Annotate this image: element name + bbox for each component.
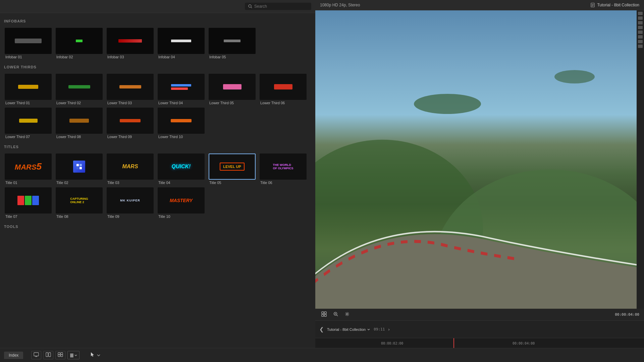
- toolbar-icon-2[interactable]: [43, 351, 53, 359]
- tree-2: [554, 70, 595, 83]
- svg-rect-26: [58, 353, 60, 355]
- infobar-04-label: Infobar 04: [158, 55, 205, 59]
- svg-rect-29: [61, 355, 63, 357]
- lt-09-item[interactable]: Lower Third 09: [107, 108, 154, 139]
- svg-rect-3: [79, 164, 82, 166]
- lt-07-item[interactable]: Lower Third 07: [5, 108, 52, 139]
- tree-1: [414, 94, 481, 114]
- index-tab[interactable]: Index: [4, 352, 23, 359]
- search-icon: [248, 4, 252, 8]
- duration-display: 09:11: [374, 327, 385, 331]
- cursor-dropdown-icon: [97, 354, 100, 357]
- title-06-thumb: THE WORLDOF OLYMPICS: [260, 154, 307, 180]
- svg-rect-30: [70, 354, 73, 355]
- lt-02-item[interactable]: Lower Third 02: [56, 74, 103, 105]
- infobar-03-item[interactable]: Infobar 03: [107, 28, 154, 59]
- title-09-item[interactable]: MK KUIPER Title 09: [107, 187, 154, 219]
- title-04-item[interactable]: QUICK! Title 04: [158, 154, 205, 185]
- infobar-02-label: Infobar 02: [56, 55, 103, 59]
- title-09-label: Title 09: [107, 215, 154, 219]
- filmstrip-frame-8: [638, 45, 643, 48]
- timeline-nav-bar: ❮ Tutorial - 8bit Collection 09:11 ›: [315, 320, 644, 338]
- infobar-01-thumb: [5, 28, 52, 54]
- lt-01-item[interactable]: Lower Third 01: [5, 74, 52, 105]
- lt-08-label: Lower Third 08: [56, 135, 103, 139]
- svg-point-0: [249, 5, 251, 7]
- title-02-item[interactable]: Title 02: [56, 154, 103, 185]
- caption-text: CAPTURINGONLINE 2: [70, 197, 88, 204]
- nav-back-btn[interactable]: ❮: [319, 326, 324, 333]
- grid-icon: [58, 352, 63, 357]
- lt-06-item[interactable]: Lower Third 06: [260, 74, 307, 105]
- lt-10-item[interactable]: Lower Third 10: [158, 108, 205, 139]
- colorful-blocks: [17, 196, 39, 205]
- svg-line-17: [337, 315, 338, 316]
- nav-forward-btn[interactable]: ›: [388, 327, 389, 332]
- svg-rect-5: [79, 167, 82, 169]
- layout-btn[interactable]: [320, 311, 328, 318]
- lt-04-thumb: [158, 74, 205, 100]
- toolbar-icons: [31, 351, 79, 359]
- zoom-btn[interactable]: [332, 311, 339, 318]
- title-03-label: Title 03: [107, 181, 154, 185]
- lt-08-thumb: [56, 108, 103, 134]
- lt-07-label: Lower Third 07: [5, 135, 52, 139]
- infobar-05-item[interactable]: Infobar 05: [209, 28, 256, 59]
- infobar-04-thumb: [158, 28, 205, 54]
- track-svg: [315, 130, 644, 309]
- quick-text: QUICK!: [172, 164, 191, 170]
- title-06-item[interactable]: THE WORLDOF OLYMPICS Title 06: [260, 154, 307, 185]
- ruler-time-1: 00:00:02:00: [381, 341, 403, 345]
- svg-rect-31: [70, 355, 73, 356]
- search-input[interactable]: [254, 4, 308, 9]
- infobars-grid: Infobar 01 Infobar 02 Infobar 03: [0, 25, 315, 62]
- toolbar-icon-1[interactable]: [31, 351, 41, 359]
- cursor-btn[interactable]: [90, 352, 95, 359]
- title-07-item[interactable]: Title 07: [5, 187, 52, 219]
- title-02-label: Title 02: [56, 181, 103, 185]
- list-icon: [70, 353, 74, 358]
- svg-rect-13: [324, 312, 326, 314]
- title-05-item[interactable]: LEVEL UP Title 05: [209, 154, 256, 185]
- title-03-item[interactable]: MARS Title 03: [107, 154, 154, 185]
- lt-04-item[interactable]: Lower Third 04: [158, 74, 205, 105]
- toolbar-more-btn[interactable]: [67, 351, 79, 359]
- toolbar-icon-3[interactable]: [55, 351, 65, 359]
- lt-09-label: Lower Third 09: [107, 135, 154, 139]
- infobar-03-label: Infobar 03: [107, 55, 154, 59]
- tutorial-name-btn[interactable]: Tutorial - 8bit Collection: [327, 327, 370, 331]
- svg-rect-14: [322, 314, 324, 316]
- svg-rect-12: [322, 312, 324, 314]
- cursor-tools: [90, 352, 100, 359]
- layout2-icon: [46, 352, 51, 357]
- title-07-label: Title 07: [5, 215, 52, 219]
- lt-05-item[interactable]: Lower Third 05: [209, 74, 256, 105]
- infobar-02-thumb: [56, 28, 103, 54]
- title-02-thumb: [56, 154, 103, 180]
- mars2-text: MARS: [122, 164, 138, 170]
- title-08-item[interactable]: CAPTURINGONLINE 2 Title 08: [56, 187, 103, 219]
- lower-thirds-section-label: LOWER THIRDS: [0, 63, 315, 71]
- search-wrap: [245, 3, 311, 10]
- right-filmstrip: [637, 10, 644, 309]
- lt-03-thumb: [107, 74, 154, 100]
- title-01-item[interactable]: MARS5 Title 01: [5, 154, 52, 185]
- settings-btn[interactable]: [343, 311, 351, 318]
- svg-rect-25: [49, 353, 51, 357]
- filmstrip-frame-6: [638, 35, 643, 39]
- lt-08-item[interactable]: Lower Third 08: [56, 108, 103, 139]
- monitor-icon: [34, 352, 39, 357]
- infobar-05-thumb: [209, 28, 256, 54]
- bottom-toolbar: Index: [0, 348, 644, 362]
- title-07-thumb: [5, 187, 52, 214]
- svg-rect-4: [76, 167, 79, 169]
- lt-02-label: Lower Third 02: [56, 101, 103, 105]
- title-08-thumb: CAPTURINGONLINE 2: [56, 187, 103, 214]
- title-10-item[interactable]: MASTERY Title 10: [158, 187, 205, 219]
- titles-section-label: TITLES: [0, 143, 315, 151]
- infobar-04-item[interactable]: Infobar 04: [158, 28, 205, 59]
- title-10-label: Title 10: [158, 215, 205, 219]
- lt-03-item[interactable]: Lower Third 03: [107, 74, 154, 105]
- infobar-01-item[interactable]: Infobar 01: [5, 28, 52, 59]
- infobar-02-item[interactable]: Infobar 02: [56, 28, 103, 59]
